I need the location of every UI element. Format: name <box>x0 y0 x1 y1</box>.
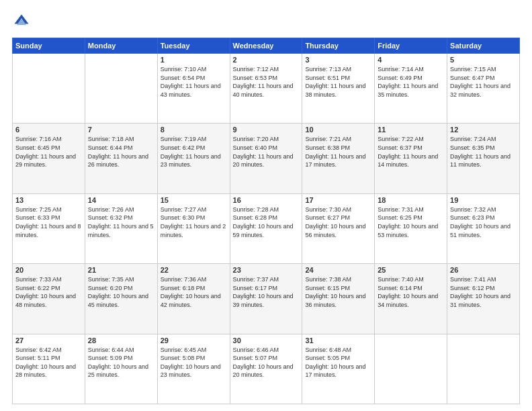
day-info: Sunrise: 7:25 AMSunset: 6:33 PMDaylight:… <box>15 205 82 239</box>
day-info: Sunrise: 7:16 AMSunset: 6:45 PMDaylight:… <box>15 135 82 169</box>
day-cell: 18Sunrise: 7:31 AMSunset: 6:25 PMDayligh… <box>375 193 447 263</box>
day-number: 18 <box>378 196 444 204</box>
day-info: Sunrise: 7:35 AMSunset: 6:20 PMDaylight:… <box>88 275 154 309</box>
day-info: Sunrise: 6:42 AMSunset: 5:11 PMDaylight:… <box>15 346 82 379</box>
day-number: 4 <box>378 56 444 64</box>
logo-icon <box>12 12 31 31</box>
week-row-4: 20Sunrise: 7:33 AMSunset: 6:22 PMDayligh… <box>13 264 520 334</box>
day-cell: 24Sunrise: 7:38 AMSunset: 6:15 PMDayligh… <box>302 264 375 334</box>
day-info: Sunrise: 7:32 AMSunset: 6:23 PMDaylight:… <box>450 205 517 239</box>
day-cell: 4Sunrise: 7:14 AMSunset: 6:49 PMDaylight… <box>375 54 447 124</box>
day-cell <box>13 54 85 124</box>
logo <box>12 12 34 31</box>
day-info: Sunrise: 7:19 AMSunset: 6:42 PMDaylight:… <box>161 135 227 169</box>
day-number: 24 <box>305 266 371 274</box>
day-info: Sunrise: 7:13 AMSunset: 6:51 PMDaylight:… <box>305 65 371 99</box>
day-cell: 30Sunrise: 6:46 AMSunset: 5:07 PMDayligh… <box>230 334 302 404</box>
day-cell: 23Sunrise: 7:37 AMSunset: 6:17 PMDayligh… <box>230 264 302 334</box>
day-info: Sunrise: 6:48 AMSunset: 5:05 PMDaylight:… <box>305 346 371 379</box>
day-cell: 16Sunrise: 7:28 AMSunset: 6:28 PMDayligh… <box>230 193 302 263</box>
day-number: 5 <box>450 56 517 64</box>
day-info: Sunrise: 7:36 AMSunset: 6:18 PMDaylight:… <box>161 275 227 309</box>
day-info: Sunrise: 7:41 AMSunset: 6:12 PMDaylight:… <box>450 275 517 309</box>
day-cell: 8Sunrise: 7:19 AMSunset: 6:42 PMDaylight… <box>157 124 230 193</box>
day-info: Sunrise: 7:31 AMSunset: 6:25 PMDaylight:… <box>378 205 444 239</box>
day-cell: 1Sunrise: 7:10 AMSunset: 6:54 PMDaylight… <box>157 54 230 124</box>
day-info: Sunrise: 6:46 AMSunset: 5:07 PMDaylight:… <box>233 346 300 379</box>
calendar-table: SundayMondayTuesdayWednesdayThursdayFrid… <box>12 38 520 404</box>
day-number: 28 <box>88 336 154 345</box>
day-info: Sunrise: 7:21 AMSunset: 6:38 PMDaylight:… <box>305 135 371 169</box>
day-info: Sunrise: 7:37 AMSunset: 6:17 PMDaylight:… <box>233 275 300 309</box>
day-cell: 22Sunrise: 7:36 AMSunset: 6:18 PMDayligh… <box>157 264 230 334</box>
day-number: 12 <box>450 126 517 134</box>
col-header-monday: Monday <box>85 38 157 54</box>
week-row-1: 1Sunrise: 7:10 AMSunset: 6:54 PMDaylight… <box>13 54 520 124</box>
day-number: 31 <box>305 336 371 345</box>
day-cell: 5Sunrise: 7:15 AMSunset: 6:47 PMDaylight… <box>447 54 520 124</box>
day-number: 13 <box>15 196 82 204</box>
day-info: Sunrise: 7:28 AMSunset: 6:28 PMDaylight:… <box>233 205 300 239</box>
day-number: 25 <box>378 266 444 274</box>
day-info: Sunrise: 7:26 AMSunset: 6:32 PMDaylight:… <box>88 205 154 239</box>
day-info: Sunrise: 7:38 AMSunset: 6:15 PMDaylight:… <box>305 275 371 309</box>
day-cell: 26Sunrise: 7:41 AMSunset: 6:12 PMDayligh… <box>447 264 520 334</box>
week-row-5: 27Sunrise: 6:42 AMSunset: 5:11 PMDayligh… <box>13 334 520 404</box>
col-header-sunday: Sunday <box>13 38 85 54</box>
day-number: 21 <box>88 266 154 274</box>
day-cell: 12Sunrise: 7:24 AMSunset: 6:35 PMDayligh… <box>447 124 520 193</box>
day-cell: 27Sunrise: 6:42 AMSunset: 5:11 PMDayligh… <box>13 334 85 404</box>
day-cell: 10Sunrise: 7:21 AMSunset: 6:38 PMDayligh… <box>302 124 375 193</box>
day-number: 6 <box>15 126 82 134</box>
week-row-3: 13Sunrise: 7:25 AMSunset: 6:33 PMDayligh… <box>13 193 520 263</box>
day-number: 3 <box>305 56 371 64</box>
day-cell: 14Sunrise: 7:26 AMSunset: 6:32 PMDayligh… <box>85 193 157 263</box>
col-header-wednesday: Wednesday <box>230 38 302 54</box>
calendar-header-row: SundayMondayTuesdayWednesdayThursdayFrid… <box>13 38 520 54</box>
day-cell: 3Sunrise: 7:13 AMSunset: 6:51 PMDaylight… <box>302 54 375 124</box>
day-number: 17 <box>305 196 371 204</box>
day-number: 1 <box>161 56 227 64</box>
day-cell: 6Sunrise: 7:16 AMSunset: 6:45 PMDaylight… <box>13 124 85 193</box>
day-info: Sunrise: 7:18 AMSunset: 6:44 PMDaylight:… <box>88 135 154 169</box>
day-cell <box>447 334 520 404</box>
day-info: Sunrise: 7:27 AMSunset: 6:30 PMDaylight:… <box>161 205 227 239</box>
day-number: 27 <box>15 336 82 345</box>
day-info: Sunrise: 7:10 AMSunset: 6:54 PMDaylight:… <box>161 65 227 99</box>
header <box>12 12 520 31</box>
day-info: Sunrise: 6:44 AMSunset: 5:09 PMDaylight:… <box>88 346 154 379</box>
day-number: 16 <box>233 196 300 204</box>
day-number: 9 <box>233 126 300 134</box>
week-row-2: 6Sunrise: 7:16 AMSunset: 6:45 PMDaylight… <box>13 124 520 193</box>
day-cell: 31Sunrise: 6:48 AMSunset: 5:05 PMDayligh… <box>302 334 375 404</box>
day-info: Sunrise: 7:20 AMSunset: 6:40 PMDaylight:… <box>233 135 300 169</box>
day-number: 19 <box>450 196 517 204</box>
day-number: 15 <box>161 196 227 204</box>
day-cell: 28Sunrise: 6:44 AMSunset: 5:09 PMDayligh… <box>85 334 157 404</box>
day-number: 23 <box>233 266 300 274</box>
day-number: 14 <box>88 196 154 204</box>
day-number: 20 <box>15 266 82 274</box>
day-cell: 2Sunrise: 7:12 AMSunset: 6:53 PMDaylight… <box>230 54 302 124</box>
day-info: Sunrise: 7:30 AMSunset: 6:27 PMDaylight:… <box>305 205 371 239</box>
col-header-friday: Friday <box>375 38 447 54</box>
day-number: 30 <box>233 336 300 345</box>
day-cell: 25Sunrise: 7:40 AMSunset: 6:14 PMDayligh… <box>375 264 447 334</box>
day-info: Sunrise: 7:14 AMSunset: 6:49 PMDaylight:… <box>378 65 444 99</box>
day-cell: 13Sunrise: 7:25 AMSunset: 6:33 PMDayligh… <box>13 193 85 263</box>
page: SundayMondayTuesdayWednesdayThursdayFrid… <box>0 0 532 411</box>
day-cell: 7Sunrise: 7:18 AMSunset: 6:44 PMDaylight… <box>85 124 157 193</box>
day-cell: 19Sunrise: 7:32 AMSunset: 6:23 PMDayligh… <box>447 193 520 263</box>
col-header-saturday: Saturday <box>447 38 520 54</box>
day-cell <box>375 334 447 404</box>
day-number: 29 <box>161 336 227 345</box>
day-info: Sunrise: 7:12 AMSunset: 6:53 PMDaylight:… <box>233 65 300 99</box>
day-number: 26 <box>450 266 517 274</box>
day-cell: 17Sunrise: 7:30 AMSunset: 6:27 PMDayligh… <box>302 193 375 263</box>
day-number: 7 <box>88 126 154 134</box>
col-header-thursday: Thursday <box>302 38 375 54</box>
day-cell: 29Sunrise: 6:45 AMSunset: 5:08 PMDayligh… <box>157 334 230 404</box>
day-number: 2 <box>233 56 300 64</box>
day-info: Sunrise: 7:15 AMSunset: 6:47 PMDaylight:… <box>450 65 517 99</box>
day-info: Sunrise: 7:22 AMSunset: 6:37 PMDaylight:… <box>378 135 444 169</box>
